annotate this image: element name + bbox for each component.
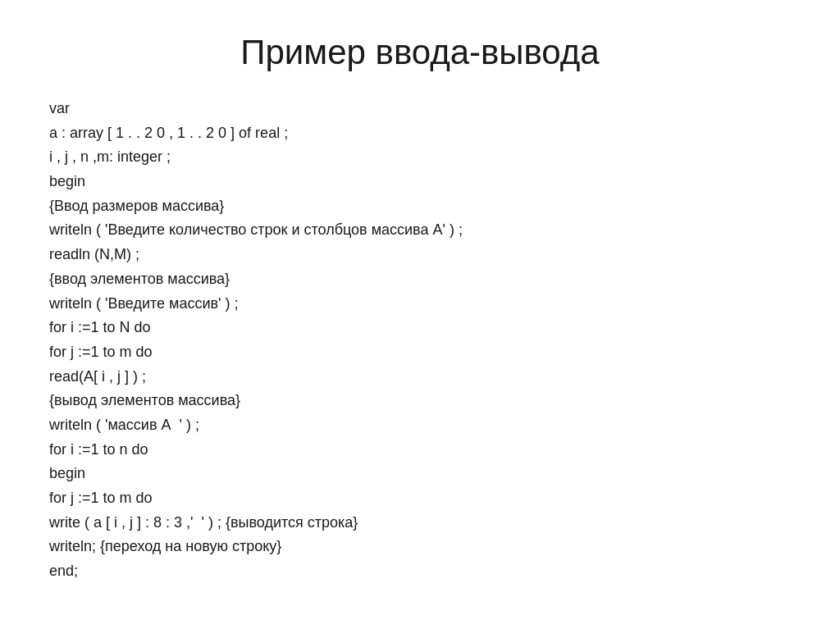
code-content: var a : array [ 1 . . 2 0 , 1 . . 2 0 ] … [49,97,791,584]
page-title: Пример ввода-вывода [49,33,791,72]
